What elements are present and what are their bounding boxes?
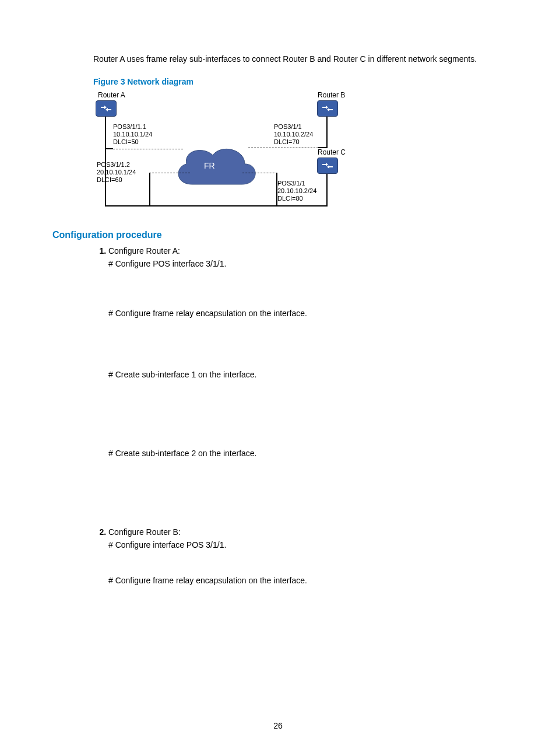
- steps-list: Configure Router A: # Configure POS inte…: [92, 246, 504, 587]
- line: [149, 173, 150, 206]
- network-diagram: Router A Router B Router C FR POS3/1/1.1…: [93, 91, 356, 219]
- step-1-sub-4: # Create sub-interface 2 on the interfac…: [108, 447, 504, 460]
- svg-marker-5: [327, 165, 333, 169]
- svg-marker-1: [105, 108, 111, 111]
- step-1-sub-3: # Create sub-interface 1 on the interfac…: [108, 369, 504, 381]
- router-a-icon: [96, 100, 117, 117]
- svg-marker-4: [322, 163, 328, 166]
- svg-marker-3: [327, 108, 333, 111]
- step-1-title: Configure Router A:: [108, 246, 180, 256]
- step-2-sub-1: # Configure interface POS 3/1/1.: [108, 539, 504, 551]
- step-2-sub-2: # Configure frame relay encapsulation on…: [108, 575, 504, 587]
- line: [105, 205, 328, 206]
- router-c-details: POS3/1/1 20.10.10.2/24 DLCI=80: [277, 180, 316, 202]
- svg-marker-0: [101, 106, 107, 109]
- line-dashed: [149, 173, 190, 173]
- line-dashed: [248, 148, 318, 148]
- line: [318, 147, 328, 148]
- step-2: Configure Router B: # Configure interfac…: [108, 527, 504, 587]
- step-1-sub-1: # Configure POS interface 3/1/1.: [108, 258, 504, 270]
- step-1: Configure Router A: # Configure POS inte…: [108, 246, 504, 524]
- router-b-label: Router B: [318, 91, 345, 99]
- step-1-sub-2: # Configure frame relay encapsulation on…: [108, 307, 504, 320]
- line: [105, 148, 113, 149]
- router-a-sub2-details: POS3/1/1.2 20.10.10.1/24 DLCI=60: [97, 161, 136, 184]
- router-b-details: POS3/1/1 10.10.10.2/24 DLCI=70: [274, 123, 313, 146]
- router-a-label: Router A: [98, 91, 125, 99]
- intro-text: Router A uses frame relay sub-interfaces…: [93, 54, 504, 65]
- router-b-icon: [317, 100, 338, 117]
- page-number: 26: [0, 721, 556, 730]
- line-dashed: [242, 173, 277, 173]
- fr-cloud-icon: [169, 138, 262, 196]
- fr-label: FR: [204, 161, 215, 170]
- router-c-label: Router C: [318, 148, 346, 156]
- section-heading: Configuration procedure: [52, 230, 504, 240]
- step-2-title: Configure Router B:: [108, 527, 181, 537]
- router-a-sub1-details: POS3/1/1.1 10.10.10.1/24 DLCI=50: [113, 123, 152, 146]
- line: [326, 117, 328, 147]
- router-c-icon: [317, 158, 338, 174]
- line-dashed: [113, 149, 183, 149]
- line: [105, 117, 106, 206]
- line: [326, 174, 328, 206]
- line: [276, 173, 277, 206]
- svg-marker-2: [322, 106, 328, 109]
- figure-caption: Figure 3 Network diagram: [93, 77, 504, 86]
- document-page: Router A uses frame relay sub-interfaces…: [0, 0, 556, 756]
